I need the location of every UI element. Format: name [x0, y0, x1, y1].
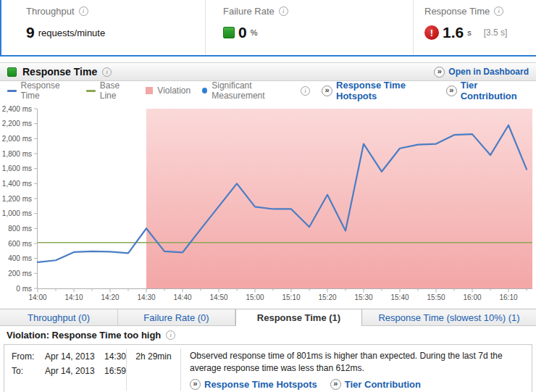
tier-contribution-link[interactable]: » Tier Contribution — [330, 379, 421, 390]
svg-text:1,600 ms: 1,600 ms — [2, 164, 32, 172]
kpi-failure-rate[interactable]: Failure Rate i 0 % — [205, 0, 413, 55]
violation-details: From: Apr 14, 2013 14:30 To: Apr 14, 201… — [4, 344, 532, 392]
info-icon[interactable]: i — [79, 7, 88, 16]
kpi-response-time-label: Response Time — [424, 6, 490, 17]
legend-item-violation: Violation — [146, 86, 190, 96]
svg-text:1,000 ms: 1,000 ms — [2, 209, 32, 217]
square-swatch-icon — [146, 87, 153, 94]
violation-duration: 2h 29min — [127, 345, 180, 392]
info-icon[interactable]: i — [494, 7, 503, 16]
alert-status-icon: ! — [424, 25, 439, 40]
svg-text:1,200 ms: 1,200 ms — [2, 195, 32, 203]
violation-description-col: Observed response time of 801ms is highe… — [181, 345, 532, 392]
open-in-dashboard-link[interactable]: » Open in Dashboard — [434, 67, 529, 78]
legend-label: Violation — [157, 86, 190, 96]
svg-text:15:40: 15:40 — [390, 293, 409, 301]
svg-text:15:30: 15:30 — [354, 293, 372, 301]
kpi-throughput-value: 9 — [26, 24, 35, 41]
legend-label: Significant Measurement — [212, 80, 296, 101]
legend-item-response-time: Response Time — [7, 80, 75, 101]
response-time-chart[interactable]: 0 ms200 ms400 ms600 ms800 ms1,000 ms1,20… — [0, 100, 536, 309]
from-time: 14:30 — [104, 351, 126, 362]
tab-response-time-slowest[interactable]: Response Time (slowest 10%) (1) — [362, 309, 536, 325]
tab-response-time[interactable]: Response Time (1) — [235, 309, 362, 326]
kpi-response-time[interactable]: Response Time i ! 1.6 s [3.5 s] — [413, 0, 536, 55]
jump-arrows-icon: » — [330, 379, 341, 390]
kpi-response-time-value: 1.6 — [443, 24, 464, 41]
kpi-failure-rate-label: Failure Rate — [223, 6, 275, 17]
legend-item-base-line: Base Line — [86, 80, 134, 101]
svg-text:14:10: 14:10 — [64, 293, 83, 301]
info-icon[interactable]: i — [301, 86, 310, 96]
chart-legend: Response Time Base Line Violation Signif… — [0, 81, 536, 100]
svg-text:2,000 ms: 2,000 ms — [2, 135, 32, 143]
response-time-chart-svg[interactable]: 0 ms200 ms400 ms600 ms800 ms1,000 ms1,20… — [0, 100, 536, 309]
svg-text:400 ms: 400 ms — [8, 254, 32, 262]
legend-label: Response Time — [21, 80, 75, 101]
tier-contribution-link[interactable]: » Tier Contribution — [446, 80, 527, 101]
info-icon[interactable]: i — [102, 67, 112, 77]
kpi-throughput[interactable]: Throughput i 9 requests/minute — [1, 0, 205, 55]
metric-status-icon — [7, 67, 17, 77]
ok-status-icon — [223, 27, 235, 38]
link-label: Tier Contribution — [345, 379, 421, 390]
svg-text:800 ms: 800 ms — [8, 225, 32, 233]
open-in-dashboard-label: Open in Dashboard — [448, 67, 529, 77]
violation-title: Violation: Response Time too high — [7, 330, 161, 341]
panel-title: Response Time — [22, 66, 97, 78]
svg-text:14:20: 14:20 — [101, 293, 119, 301]
jump-arrows-icon: » — [434, 67, 445, 78]
from-label: From: — [12, 351, 45, 362]
svg-text:15:00: 15:00 — [246, 293, 264, 301]
svg-text:14:40: 14:40 — [173, 293, 191, 301]
to-time: 16:59 — [104, 366, 126, 376]
violation-timerange: From: Apr 14, 2013 14:30 To: Apr 14, 201… — [4, 345, 126, 392]
to-label: To: — [12, 366, 45, 376]
svg-text:14:30: 14:30 — [137, 293, 155, 301]
kpi-failure-rate-unit: % — [251, 28, 258, 37]
jump-arrows-icon: » — [446, 86, 457, 96]
svg-text:1,800 ms: 1,800 ms — [2, 150, 32, 158]
svg-text:15:10: 15:10 — [282, 293, 300, 301]
svg-text:15:50: 15:50 — [427, 293, 445, 301]
kpi-throughput-unit: requests/minute — [38, 28, 106, 38]
tab-throughput[interactable]: Throughput (0) — [0, 309, 118, 325]
jump-arrows-icon: » — [322, 86, 332, 96]
line-swatch-icon — [7, 90, 17, 92]
link-label: Tier Contribution — [461, 80, 527, 101]
kpi-strip: Throughput i 9 requests/minute Failure R… — [0, 0, 536, 57]
response-time-hotspots-link[interactable]: » Response Time Hotspots — [190, 379, 317, 390]
svg-text:14:50: 14:50 — [209, 293, 227, 301]
legend-item-significant-measurement: Significant Measurement i — [202, 80, 310, 101]
incident-tabs: Throughput (0) Failure Rate (0) Response… — [0, 309, 536, 326]
violation-header: Violation: Response Time too high i — [0, 326, 536, 343]
dot-swatch-icon — [202, 88, 207, 93]
info-icon[interactable]: i — [166, 330, 175, 340]
legend-label: Base Line — [100, 80, 135, 101]
from-date: Apr 14, 2013 — [45, 351, 104, 362]
jump-arrows-icon: » — [190, 379, 201, 390]
svg-text:2,400 ms: 2,400 ms — [2, 105, 32, 113]
info-icon[interactable]: i — [279, 7, 288, 16]
svg-text:0 ms: 0 ms — [16, 285, 32, 293]
svg-text:16:10: 16:10 — [499, 293, 517, 301]
to-date: Apr 14, 2013 — [45, 366, 104, 376]
kpi-failure-rate-value: 0 — [238, 24, 247, 41]
kpi-throughput-label: Throughput — [26, 6, 75, 17]
svg-text:15:20: 15:20 — [318, 293, 336, 301]
svg-text:14:00: 14:00 — [28, 293, 46, 301]
svg-text:1,400 ms: 1,400 ms — [2, 180, 32, 188]
response-time-hotspots-link[interactable]: » Response Time Hotspots — [322, 80, 436, 101]
violation-description: Observed response time of 801ms is highe… — [190, 350, 523, 375]
spacer — [0, 57, 536, 62]
kpi-response-time-threshold: [3.5 s] — [484, 28, 508, 38]
svg-text:200 ms: 200 ms — [8, 270, 32, 278]
kpi-response-time-unit: s — [467, 28, 472, 37]
tab-failure-rate[interactable]: Failure Rate (0) — [118, 309, 235, 325]
svg-text:600 ms: 600 ms — [8, 240, 32, 248]
panel-header: Response Time i » Open in Dashboard — [0, 62, 536, 81]
line-swatch-icon — [86, 90, 96, 92]
link-label: Response Time Hotspots — [204, 379, 317, 390]
link-label: Response Time Hotspots — [336, 80, 436, 101]
svg-text:2,200 ms: 2,200 ms — [2, 120, 32, 128]
